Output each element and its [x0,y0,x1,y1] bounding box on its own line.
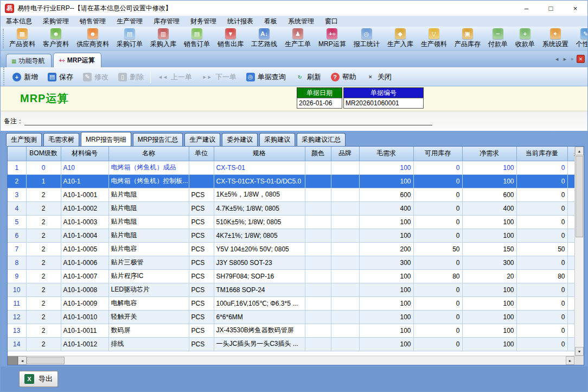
menu-item-8[interactable]: 看板 [259,16,283,27]
horizontal-scroll-track[interactable] [65,356,566,365]
menu-item-9[interactable]: 系统管理 [283,16,319,27]
cell: TM1668 SOP-24 [214,283,305,296]
cell: 400 [462,201,516,215]
menu-item-5[interactable]: 库存管理 [148,16,185,27]
tab-function-nav[interactable]: ▦功能导航 [6,54,52,67]
horizontal-scroll-thumb[interactable] [27,357,65,364]
doc-number-input[interactable] [343,98,424,109]
menu-item-7[interactable]: 统计报表 [222,16,259,27]
column-header[interactable]: 材料编号 [61,147,108,161]
vertical-scroll-thumb[interactable] [576,156,583,237]
action-help-button[interactable]: ?帮助 [326,72,361,82]
table-row[interactable]: 142A10-1-0012排线PCS一头JC插头另一头C3插头 ...10001… [8,337,574,351]
scroll-up-button[interactable]: ▲ [575,147,584,155]
column-header[interactable]: 净需求 [462,147,516,161]
action-refresh-button[interactable]: ↻刷新 [291,72,326,82]
minimize-button[interactable]: – [514,1,539,16]
table-row[interactable]: 21A10-1电烤箱（烤鱼机）控制板...CX-TS-01CX-TS-01-D/… [8,174,574,188]
toolbar-product-info[interactable]: ▦产品资料 [5,28,39,49]
column-header[interactable]: 采购在 [567,147,574,161]
column-header[interactable]: 颜色 [305,147,331,161]
table-row[interactable]: 52A10-1-0003贴片电阻PCS510K±5%; 1/8W; 080510… [8,215,574,229]
table-row[interactable]: 112A10-1-0009电解电容PCS100uF,16V,105℃; Φ6.3… [8,296,574,310]
toolbar-production-picking[interactable]: ▽生产领料 [417,28,451,49]
table-row[interactable]: 102A10-1-0008LED驱动芯片PCSTM1668 SOP-241000… [8,283,574,296]
column-header[interactable]: BOM级数 [26,147,61,161]
action-doc-query-button[interactable]: ◎单据查询 [241,72,291,82]
doc-date-input[interactable] [297,98,342,109]
menu-item-2[interactable]: 采购管理 [37,16,74,27]
row-number-cell: 7 [8,242,26,256]
action-add-button[interactable]: +新增 [8,72,43,82]
toolbar-personalize[interactable]: ✎个性化 [572,28,587,49]
table-row[interactable]: 92A10-1-0007贴片程序ICPCSSH79F084; SOP-16100… [8,269,574,283]
column-header[interactable] [8,147,26,161]
toolbar-purchase-inbound[interactable]: ▥采购入库 [146,28,180,49]
toolbar-purchase-order[interactable]: ▤采购订单 [113,28,146,49]
toolbar-sales-outbound[interactable]: ▼销售出库 [214,28,247,49]
menu-item-1[interactable]: 基本信息 [1,16,37,27]
close-tab-button[interactable]: ✕ [577,55,585,63]
toolbar-production-inbound[interactable]: ◆生产入库 [384,28,417,49]
subtab-7[interactable]: 采购建议 [259,133,295,146]
toolbar-receipt-bill[interactable]: +收款单 [512,28,539,49]
column-header[interactable]: 单位 [189,147,214,161]
cell [331,337,359,351]
tab-list-button[interactable]: » [571,56,573,62]
subtab-4[interactable]: MRP报告汇总 [133,133,183,146]
tab-label: 功能导航 [18,56,44,66]
subtab-5[interactable]: 生产建议 [184,133,220,146]
maximize-button[interactable]: □ [539,1,563,16]
toolbar-system-settings[interactable]: ✦系统设置 [539,28,572,49]
subtab-3[interactable]: MRP报告明细 [81,132,131,146]
subtab-8[interactable]: 采购建议汇总 [297,133,346,146]
column-header[interactable]: 毛需求 [359,147,413,161]
table-row[interactable]: 62A10-1-0004贴片电阻PCS4K7±1%; 1/8W; 0805100… [8,229,574,242]
toolbar-sales-order[interactable]: ▤销售订单 [180,28,214,49]
subtab-1[interactable]: 生产预测 [6,133,42,146]
menu-item-10[interactable]: 窗口 [319,16,343,27]
scroll-right-button[interactable]: ► [563,56,567,62]
column-header[interactable]: 可用库存 [413,147,462,161]
scroll-down-button[interactable]: ▼ [575,347,584,356]
vertical-scrollbar[interactable]: ▲ ▼ [574,147,584,356]
table-row[interactable]: 72A10-1-0005贴片电容PCSY5V 104±20% 50V; 0805… [8,242,574,256]
column-header[interactable]: 当前库存量 [516,147,567,161]
toolbar-process-route[interactable]: A↓工艺路线 [247,28,281,49]
cell: 100 [359,174,413,188]
close-button[interactable]: × [563,1,587,16]
subtab-2[interactable]: 毛需求树 [43,133,79,146]
toolbar-mrp-calc[interactable]: +÷MRP运算 [315,28,350,49]
column-header[interactable]: 品牌 [331,147,359,161]
table-row[interactable]: 10A10电烤箱（烤鱼机）成品CX-TS-0110001000 [8,161,574,174]
toolbar-work-report-stats[interactable]: ◎报工统计 [350,28,384,49]
scroll-right-button[interactable]: ► [566,356,574,365]
export-button[interactable]: X 导出 [19,371,58,387]
table-row[interactable]: 32A10-1-0001贴片电阻PCS1K±5%，1/8W，0805600060… [8,188,574,201]
toolbar-label: 报工统计 [354,40,380,49]
remark-input[interactable] [24,117,432,125]
toolbar-customer-info[interactable]: ☻客户资料 [39,28,73,49]
subtab-6[interactable]: 委外建议 [222,133,258,146]
menu-item-6[interactable]: 财务管理 [185,16,222,27]
scroll-left-button[interactable]: ◄ [554,56,559,62]
column-header[interactable]: 规格 [214,147,305,161]
toolbar-work-order[interactable]: ♟生产工单 [281,28,315,49]
table-row[interactable]: 122A10-1-0010轻触开关PCS6*6*6MM10001000 [8,310,574,324]
vertical-scroll-track[interactable] [575,238,584,347]
tab-mrp-calc[interactable]: +÷MRP运算 [53,53,101,67]
table-row[interactable]: 42A10-1-0002贴片电阻PCS4.7K±5%; 1/8W; 080540… [8,201,574,215]
toolbar-supplier-info[interactable]: ☻供应商资料 [73,28,113,49]
scroll-left-button[interactable]: ◄ [18,356,27,365]
table-row[interactable]: 132A10-1-0011数码屏PCSJX-43530B烤鱼器数码管屏10001… [8,324,574,337]
action-close-button[interactable]: ✕关闭 [361,72,397,82]
horizontal-scrollbar[interactable]: ◄ ► [8,356,584,365]
action-save-button[interactable]: ▤保存 [43,72,78,82]
title-bar: 易 易特电子行业ERP--【请在基本信息公司设置中修改】 –□× [1,1,587,16]
toolbar-payment-bill[interactable]: −付款单 [484,28,512,49]
menu-item-3[interactable]: 销售管理 [74,16,111,27]
table-row[interactable]: 82A10-1-0006贴片三极管PCSJ3Y S8050 SOT-233000… [8,256,574,269]
column-header[interactable]: 名称 [108,147,189,161]
toolbar-product-stock[interactable]: ▣产品库存 [451,28,484,49]
menu-item-4[interactable]: 生产管理 [111,16,148,27]
